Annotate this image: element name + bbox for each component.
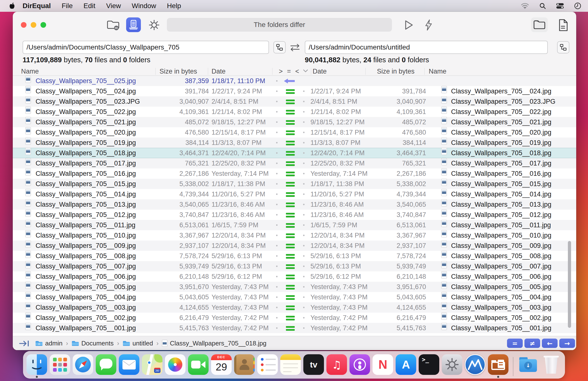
column-header-compare[interactable]: > = < [276,67,303,76]
dock-item-downloads[interactable]: ↓ [518,354,538,375]
swap-paths-icon[interactable] [290,43,300,53]
menu-item-view[interactable]: View [106,2,121,10]
breadcrumb-item[interactable]: admin [45,340,63,347]
compare-scan-button[interactable] [126,18,141,32]
apple-menu-icon[interactable] [9,3,15,9]
table-row[interactable]: Classy_Wallpapers_705__010.jpg 3,367,967… [13,230,576,241]
dock-item-reminders[interactable] [257,354,278,375]
table-row[interactable]: Classy_Wallpapers_705__017.jpg 765,321 1… [13,158,576,169]
dock-item-music[interactable]: ♫ [326,354,347,375]
dock-item-direqual[interactable] [488,354,508,375]
play-icon[interactable] [403,19,414,30]
dock-item-terminal[interactable]: >_ [419,354,439,375]
dock-item-notes[interactable] [280,354,301,375]
breadcrumb-item[interactable]: Classy_Wallpapers_705__018.jpg [170,340,267,347]
right-size-cell: 5,338,002 [369,179,426,189]
dock-item-launchpad[interactable] [50,354,70,375]
clock-icon[interactable] [574,2,581,9]
table-row[interactable]: Classy_Wallpapers_705__005.jpg 3,951,670… [13,282,576,292]
table-row[interactable]: Classy_Wallpapers_705__019.jpg 384,114 1… [13,137,576,148]
desktop: DirEqual File Edit View Window Help [0,0,588,381]
column-header-name-left[interactable]: Name [21,67,39,76]
breadcrumb-item[interactable]: untitled [132,340,153,347]
left-browse-tree-button[interactable] [273,41,286,54]
column-header-name-right[interactable]: Name [429,67,446,76]
table-row[interactable]: Classy_Wallpapers_705__003.jpg 4,124,655… [13,302,576,313]
size-cell: 5,939,749 [150,261,209,271]
dock-item-trash[interactable] [541,354,562,375]
dock-item-app-store[interactable]: A [396,354,416,375]
dock-item-mail[interactable] [119,354,139,375]
left-path-input[interactable] [22,41,269,54]
compare-dot-right [303,307,305,308]
dock-item-tv[interactable]: tv [303,354,324,375]
left-folders-count: 0 [123,56,127,64]
reveal-in-finder-icon[interactable] [19,340,30,347]
dock-item-photos[interactable] [165,354,186,375]
table-row[interactable]: Classy_Wallpapers_705__001.jpg 5,415,763… [13,323,576,333]
table-row[interactable]: Classy_Wallpapers_705__006.jpg 6,210,148… [13,271,576,282]
dock-item-blue-mountain-app[interactable] [465,354,485,375]
gear-icon[interactable] [148,19,160,31]
minimize-button[interactable] [31,22,36,28]
file-icon [25,199,31,207]
right-path-input[interactable] [305,41,548,54]
table-row[interactable]: Classy_Wallpapers_705__023.JPG 3,040,907… [13,96,576,107]
table-row[interactable]: Classy_Wallpapers_705__024.jpg 391,784 1… [13,86,576,96]
chevron-down-icon[interactable] [303,69,308,73]
table-row[interactable]: Classy_Wallpapers_705__015.jpg 5,338,002… [13,179,576,189]
table-row[interactable]: Classy_Wallpapers_705__016.jpg 2,267,186… [13,169,576,179]
filter-equal-button[interactable]: = [507,339,523,348]
copy-right-button[interactable]: → [559,339,575,348]
dock-item-messages[interactable] [96,354,116,375]
table-row[interactable]: Classy_Wallpapers_705__004.jpg 5,043,605… [13,292,576,302]
vertical-scrollbar[interactable] [568,241,571,328]
menu-app-name[interactable]: DirEqual [22,2,51,10]
wifi-icon[interactable] [521,3,529,9]
search-icon[interactable] [539,3,546,9]
column-header-size-left[interactable]: Size in bytes [150,67,197,76]
table-row[interactable]: Classy_Wallpapers_705__007.jpg 5,939,749… [13,261,576,271]
breadcrumb-item[interactable]: Documents [82,340,114,347]
dock-item-contacts[interactable] [234,354,255,375]
dock-item-system-settings[interactable] [442,354,462,375]
table-row[interactable]: Classy_Wallpapers_705__013.jpg 3,540,065… [13,199,576,210]
table-row[interactable]: Classy_Wallpapers_705__020.jpg 476,580 1… [13,127,576,137]
report-document-icon[interactable] [557,19,569,32]
table-row[interactable]: Classy_Wallpapers_705__021.jpg 485,072 9… [13,117,576,127]
dock-item-news[interactable]: N [373,354,393,375]
table-row[interactable]: Classy_Wallpapers_705__018.jpg 3,464,371… [13,148,576,158]
dock-item-facetime[interactable] [188,354,209,375]
table-row[interactable]: Classy_Wallpapers_705__012.jpg 3,740,847… [13,210,576,220]
lightning-icon[interactable] [423,19,434,31]
column-header-date-right[interactable]: Date [313,67,327,76]
table-row[interactable]: Classy_Wallpapers_705__008.jpg 7,578,724… [13,251,576,261]
table-row[interactable]: Classy_Wallpapers_705__011.jpg 6,513,061… [13,220,576,230]
menu-item-help[interactable]: Help [167,2,181,10]
dock-item-podcasts[interactable] [349,354,370,375]
menu-item-file[interactable]: File [62,2,73,10]
menu-item-window[interactable]: Window [132,2,156,10]
table-row[interactable]: Classy_Wallpapers_705__009.jpg 2,937,107… [13,241,576,251]
zoom-button[interactable] [41,22,46,28]
filter-not-equal-button[interactable]: ≠ [525,339,540,348]
menu-item-edit[interactable]: Edit [84,2,95,10]
dock-item-finder[interactable] [26,354,47,375]
column-header-date-left[interactable]: Date [211,67,226,76]
dock-item-safari[interactable] [73,354,93,375]
open-folder-icon[interactable] [531,18,548,32]
right-date-cell: 12/20/14, 8:34 PM [311,241,365,251]
control-center-icon[interactable] [556,3,564,9]
folder-minus-icon[interactable] [106,19,120,31]
table-row[interactable]: Classy_Wallpapers_705__014.jpg 4,739,344… [13,189,576,199]
dock-item-calendar[interactable]: DEC29 [211,354,232,375]
table-row[interactable]: Classy_Wallpapers_705__025.jpg 387,359 1… [13,76,576,86]
right-browse-tree-button[interactable] [557,41,569,54]
column-header-size-right[interactable]: Size in bytes [368,67,415,76]
table-row[interactable]: Classy_Wallpapers_705__022.jpg 4,109,361… [13,107,576,117]
equal-icon [286,264,295,269]
table-row[interactable]: Classy_Wallpapers_705__002.jpg 6,216,479… [13,313,576,323]
dock-item-maps[interactable]: 280 [142,354,163,375]
copy-left-button[interactable]: ← [542,339,558,348]
close-button[interactable] [21,22,26,28]
